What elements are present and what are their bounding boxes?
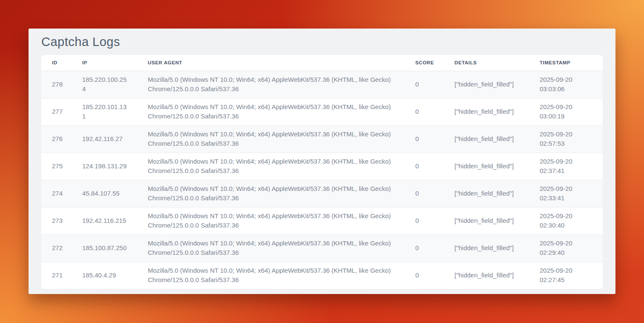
cell-user-agent: Mozilla/5.0 (Windows NT 10.0; Win64; x64… bbox=[137, 180, 405, 207]
table-row: 272185.100.87.250Mozilla/5.0 (Windows NT… bbox=[41, 234, 603, 262]
column-header-score: SCORE bbox=[405, 55, 444, 71]
cell-id: 274 bbox=[41, 180, 72, 207]
cell-ip: 45.84.107.55 bbox=[72, 180, 137, 207]
captcha-logs-table: ID IP USER AGENT SCORE DETAILS TIMESTAMP… bbox=[41, 55, 603, 289]
column-header-timestamp: TIMESTAMP bbox=[529, 55, 603, 71]
cell-timestamp: 2025-09-20 02:33:41 bbox=[529, 180, 603, 207]
table-row: 277185.220.101.131Mozilla/5.0 (Windows N… bbox=[41, 98, 603, 125]
cell-timestamp: 2025-09-20 03:00:19 bbox=[529, 98, 603, 125]
cell-details: ["hidden_field_filled"] bbox=[444, 71, 529, 98]
captcha-logs-table-container: ID IP USER AGENT SCORE DETAILS TIMESTAMP… bbox=[41, 55, 603, 289]
cell-ip: 192.42.116.215 bbox=[72, 207, 137, 234]
cell-id: 275 bbox=[41, 153, 72, 180]
table-row: 27445.84.107.55Mozilla/5.0 (Windows NT 1… bbox=[41, 180, 603, 207]
cell-timestamp: 2025-09-20 03:03:06 bbox=[529, 71, 603, 98]
table-row: 275124.198.131.29Mozilla/5.0 (Windows NT… bbox=[41, 153, 603, 180]
cell-timestamp: 2025-09-20 02:27:45 bbox=[529, 262, 603, 289]
cell-score: 0 bbox=[405, 262, 444, 289]
cell-user-agent: Mozilla/5.0 (Windows NT 10.0; Win64; x64… bbox=[137, 71, 405, 98]
cell-user-agent: Mozilla/5.0 (Windows NT 10.0; Win64; x64… bbox=[137, 153, 405, 180]
cell-ip: 185.220.101.131 bbox=[72, 98, 137, 125]
cell-score: 0 bbox=[405, 71, 444, 98]
page-title: Captcha Logs bbox=[41, 35, 603, 49]
cell-id: 278 bbox=[41, 71, 72, 98]
table-row: 278185.220.100.254Mozilla/5.0 (Windows N… bbox=[41, 71, 603, 98]
cell-user-agent: Mozilla/5.0 (Windows NT 10.0; Win64; x64… bbox=[137, 207, 405, 234]
cell-score: 0 bbox=[405, 153, 444, 180]
cell-details: ["hidden_field_filled"] bbox=[444, 207, 529, 234]
cell-ip: 192.42.116.27 bbox=[72, 125, 137, 153]
column-header-ip: IP bbox=[72, 55, 137, 71]
cell-ip: 185.220.100.254 bbox=[72, 71, 137, 98]
cell-score: 0 bbox=[405, 98, 444, 125]
cell-user-agent: Mozilla/5.0 (Windows NT 10.0; Win64; x64… bbox=[137, 234, 405, 262]
cell-user-agent: Mozilla/5.0 (Windows NT 10.0; Win64; x64… bbox=[137, 98, 405, 125]
table-row: 271185.40.4.29Mozilla/5.0 (Windows NT 10… bbox=[41, 262, 603, 289]
cell-timestamp: 2025-09-20 02:37:41 bbox=[529, 153, 603, 180]
cell-user-agent: Mozilla/5.0 (Windows NT 10.0; Win64; x64… bbox=[137, 262, 405, 289]
cell-score: 0 bbox=[405, 125, 444, 153]
cell-ip: 185.40.4.29 bbox=[72, 262, 137, 289]
cell-details: ["hidden_field_filled"] bbox=[444, 262, 529, 289]
table-row: 276192.42.116.27Mozilla/5.0 (Windows NT … bbox=[41, 125, 603, 153]
cell-id: 276 bbox=[41, 125, 72, 153]
cell-id: 272 bbox=[41, 234, 72, 262]
cell-details: ["hidden_field_filled"] bbox=[444, 125, 529, 153]
table-row: 273192.42.116.215Mozilla/5.0 (Windows NT… bbox=[41, 207, 603, 234]
column-header-details: DETAILS bbox=[444, 55, 529, 71]
cell-id: 277 bbox=[41, 98, 72, 125]
cell-timestamp: 2025-09-20 02:57:53 bbox=[529, 125, 603, 153]
captcha-logs-card: Captcha Logs ID IP USER AGENT SCORE DETA… bbox=[29, 29, 615, 294]
cell-timestamp: 2025-09-20 02:29:40 bbox=[529, 234, 603, 262]
cell-details: ["hidden_field_filled"] bbox=[444, 153, 529, 180]
cell-id: 273 bbox=[41, 207, 72, 234]
cell-score: 0 bbox=[405, 207, 444, 234]
cell-details: ["hidden_field_filled"] bbox=[444, 98, 529, 125]
cell-ip: 185.100.87.250 bbox=[72, 234, 137, 262]
cell-id: 271 bbox=[41, 262, 72, 289]
table-body: 278185.220.100.254Mozilla/5.0 (Windows N… bbox=[41, 71, 603, 289]
cell-timestamp: 2025-09-20 02:30:40 bbox=[529, 207, 603, 234]
table-header: ID IP USER AGENT SCORE DETAILS TIMESTAMP bbox=[41, 55, 603, 71]
cell-details: ["hidden_field_filled"] bbox=[444, 234, 529, 262]
cell-score: 0 bbox=[405, 180, 444, 207]
cell-details: ["hidden_field_filled"] bbox=[444, 180, 529, 207]
cell-ip: 124.198.131.29 bbox=[72, 153, 137, 180]
column-header-id: ID bbox=[41, 55, 72, 71]
cell-score: 0 bbox=[405, 234, 444, 262]
column-header-user-agent: USER AGENT bbox=[137, 55, 405, 71]
cell-user-agent: Mozilla/5.0 (Windows NT 10.0; Win64; x64… bbox=[137, 125, 405, 153]
